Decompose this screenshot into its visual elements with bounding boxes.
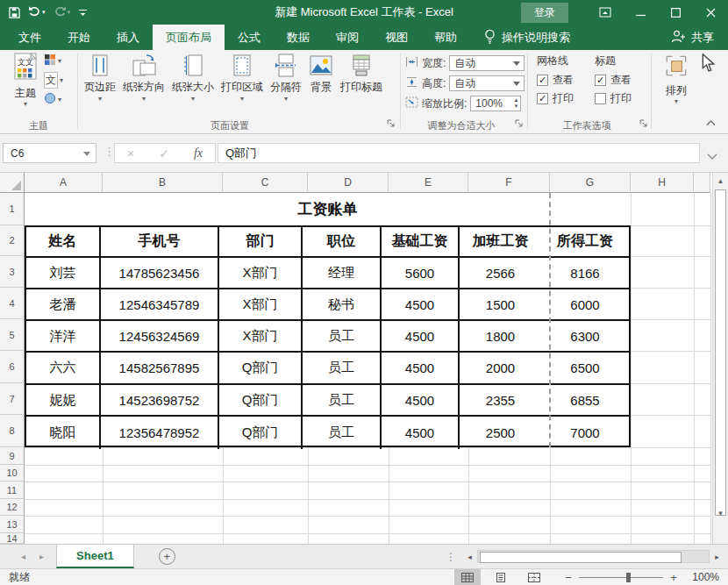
zoom-level[interactable]: 100% (682, 571, 719, 583)
row-header-9[interactable]: 9 (0, 447, 25, 465)
table-cell[interactable]: 刘芸 (26, 258, 101, 289)
zoom-in-icon[interactable]: + (665, 571, 682, 584)
row-header-3[interactable]: 3 (0, 256, 25, 288)
dropdown-chevron-icon[interactable] (513, 61, 520, 66)
table-cell[interactable]: 妮妮 (26, 385, 101, 417)
column-header-G[interactable]: G (550, 173, 631, 193)
table-cell[interactable]: 老潘 (26, 289, 101, 321)
table-cell[interactable]: 2500 (460, 417, 541, 449)
row-header-6[interactable]: 6 (0, 351, 25, 383)
table-cell[interactable]: 4500 (382, 353, 460, 385)
table-cell[interactable]: 员工 (303, 353, 382, 385)
name-box-dropdown-icon[interactable] (83, 152, 90, 156)
formula-input[interactable]: Q部门 (218, 143, 700, 163)
table-cell[interactable]: 秘书 (303, 289, 382, 321)
table-header-cell[interactable]: 手机号 (101, 227, 219, 258)
vertical-scrollbar-thumb[interactable] (715, 189, 726, 516)
theme-effects-button[interactable]: ▾ (44, 92, 63, 107)
table-cell[interactable]: 2566 (460, 258, 541, 289)
customize-quick-access-icon[interactable] (78, 8, 88, 18)
table-cell[interactable]: 1800 (460, 321, 541, 353)
checked-checkbox-icon[interactable]: ✓ (595, 75, 606, 86)
normal-view-icon[interactable] (454, 569, 481, 585)
分隔符-button[interactable]: 分隔符▾ (267, 53, 305, 103)
table-cell[interactable]: 2000 (460, 353, 541, 385)
网格线-打印-checkbox[interactable]: ✓打印 (537, 92, 574, 105)
row-header-8[interactable]: 8 (0, 415, 25, 447)
纸张大小-button[interactable]: 纸张大小▾ (168, 53, 218, 103)
row-header-10[interactable]: 10 (0, 465, 25, 482)
zoom-out-icon[interactable]: − (560, 571, 577, 584)
table-cell[interactable]: 4500 (382, 289, 460, 321)
table-cell[interactable]: 1500 (460, 289, 541, 321)
minimize-icon[interactable] (623, 0, 658, 25)
table-cell[interactable]: 12356478952 (101, 417, 219, 449)
table-cell[interactable]: 员工 (303, 385, 382, 417)
theme-fonts-button[interactable]: 文 ▾ (44, 73, 63, 88)
缩放比例:-field[interactable]: 100%▲▼ (470, 96, 521, 111)
unchecked-checkbox-icon[interactable] (595, 93, 606, 104)
tab-插入[interactable]: 插入 (103, 25, 153, 50)
table-cell[interactable]: 6855 (541, 385, 629, 417)
theme-colors-button[interactable]: ▾ (44, 54, 63, 68)
collapse-ribbon-icon[interactable] (705, 117, 717, 129)
纸张方向-button[interactable]: 纸张方向▾ (119, 53, 168, 103)
tab-审阅[interactable]: 审阅 (323, 25, 372, 50)
select-all-corner[interactable] (0, 173, 25, 193)
scale-to-fit-dialog-launcher-icon[interactable] (514, 118, 524, 128)
table-cell[interactable]: 2355 (460, 385, 541, 417)
redo-dropdown-icon[interactable]: ▾ (68, 9, 71, 16)
zoom-slider-thumb[interactable] (626, 573, 631, 582)
row-header-1[interactable]: 1 (0, 193, 25, 225)
table-cell[interactable]: 晓阳 (26, 417, 101, 449)
column-header-H[interactable]: H (631, 173, 694, 193)
table-cell[interactable]: 6300 (541, 321, 629, 353)
row-header-4[interactable]: 4 (0, 288, 25, 319)
背景-button[interactable]: 背景 (305, 53, 337, 103)
table-cell[interactable]: 6500 (541, 353, 629, 385)
table-header-cell[interactable]: 所得工资 (541, 227, 629, 258)
row-header-2[interactable]: 2 (0, 225, 25, 256)
table-cell[interactable]: 7000 (541, 417, 629, 449)
row-header-5[interactable]: 5 (0, 319, 25, 351)
scroll-left-icon[interactable]: ◂ (462, 550, 477, 563)
table-cell[interactable]: 6000 (541, 289, 629, 321)
table-cell[interactable]: 经理 (303, 258, 382, 289)
scroll-up-icon[interactable]: ▲ (713, 174, 728, 189)
page-setup-dialog-launcher-icon[interactable] (386, 118, 396, 128)
horizontal-scrollbar-thumb[interactable] (480, 552, 682, 563)
高度:-field[interactable]: 自动 (449, 75, 525, 91)
tab-scrollbar-grip[interactable]: ⋮ (446, 551, 455, 563)
column-header-D[interactable]: D (308, 173, 389, 193)
redo-button[interactable]: ▾ (54, 4, 71, 20)
tab-帮助[interactable]: 帮助 (421, 25, 470, 50)
checked-checkbox-icon[interactable]: ✓ (537, 75, 548, 86)
new-sheet-icon[interactable]: + (159, 548, 175, 565)
table-header-cell[interactable]: 职位 (303, 227, 382, 258)
insert-function-icon[interactable]: fx (194, 146, 203, 161)
prev-sheet-icon[interactable]: ◂ (21, 552, 25, 561)
table-cell[interactable]: 洋洋 (26, 321, 101, 353)
enter-icon[interactable]: ✓ (159, 146, 169, 161)
undo-button[interactable]: ▾ (28, 4, 46, 20)
page-layout-view-icon[interactable] (488, 569, 514, 585)
column-header-partial[interactable] (694, 173, 710, 193)
tab-视图[interactable]: 视图 (372, 25, 421, 50)
column-header-C[interactable]: C (223, 173, 308, 193)
table-cell[interactable]: 4500 (382, 385, 460, 417)
table-cell[interactable]: Q部门 (219, 417, 303, 449)
table-cell[interactable]: 员工 (303, 417, 382, 449)
checked-checkbox-icon[interactable]: ✓ (537, 93, 548, 104)
table-cell[interactable]: 12546345789 (101, 289, 219, 321)
name-box[interactable]: C6 (3, 143, 96, 163)
tab-文件[interactable]: 文件 (5, 25, 54, 50)
tab-公式[interactable]: 公式 (225, 25, 274, 50)
tab-开始[interactable]: 开始 (54, 25, 103, 50)
column-header-B[interactable]: B (103, 173, 223, 193)
table-cell[interactable]: 8166 (541, 258, 629, 289)
打印区域-button[interactable]: 打印区域▾ (218, 53, 267, 103)
save-icon[interactable] (9, 7, 20, 18)
scroll-right-icon[interactable]: ▸ (710, 550, 724, 563)
column-header-E[interactable]: E (389, 173, 468, 193)
标题-查看-checkbox[interactable]: ✓查看 (595, 74, 632, 87)
